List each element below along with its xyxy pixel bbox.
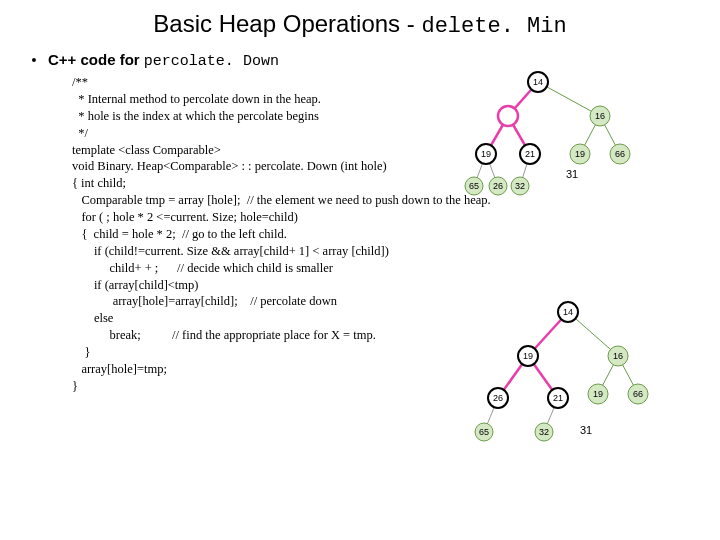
t2-floating: 31 <box>580 424 592 436</box>
t2-r66: 66 <box>633 389 643 399</box>
t1-r66: 66 <box>615 149 625 159</box>
tree-diagram-2: 14 19 16 19 66 26 21 31 65 32 <box>470 298 690 470</box>
t2-n26: 26 <box>493 393 503 403</box>
svg-point-10 <box>498 106 518 126</box>
t1-l32: 32 <box>515 181 525 191</box>
t2-l32: 32 <box>539 427 549 437</box>
t2-r19: 19 <box>593 389 603 399</box>
t1-r16: 16 <box>595 111 605 121</box>
t1-n21: 21 <box>525 149 535 159</box>
t1-n19: 19 <box>481 149 491 159</box>
t1-floating: 31 <box>566 168 578 180</box>
tree-diagram-1: 14 19 21 31 16 19 66 65 26 32 <box>470 68 690 210</box>
page-title: Basic Heap Operations - delete. Min <box>20 10 700 39</box>
bullet-dot: • <box>20 52 48 68</box>
subhead-mono: percolate. Down <box>144 53 279 70</box>
t1-r19: 19 <box>575 149 585 159</box>
t2-r16: 16 <box>613 351 623 361</box>
t1-l65: 65 <box>469 181 479 191</box>
subhead-text: C++ code for <box>48 51 144 68</box>
t1-l26: 26 <box>493 181 503 191</box>
t2-n21: 21 <box>553 393 563 403</box>
t2-root: 14 <box>563 307 573 317</box>
t2-l65: 65 <box>479 427 489 437</box>
t2-n19: 19 <box>523 351 533 361</box>
t1-root: 14 <box>533 77 543 87</box>
subhead: C++ code for percolate. Down <box>48 51 279 70</box>
title-mono: delete. Min <box>421 14 566 39</box>
title-text: Basic Heap Operations - <box>153 10 421 37</box>
